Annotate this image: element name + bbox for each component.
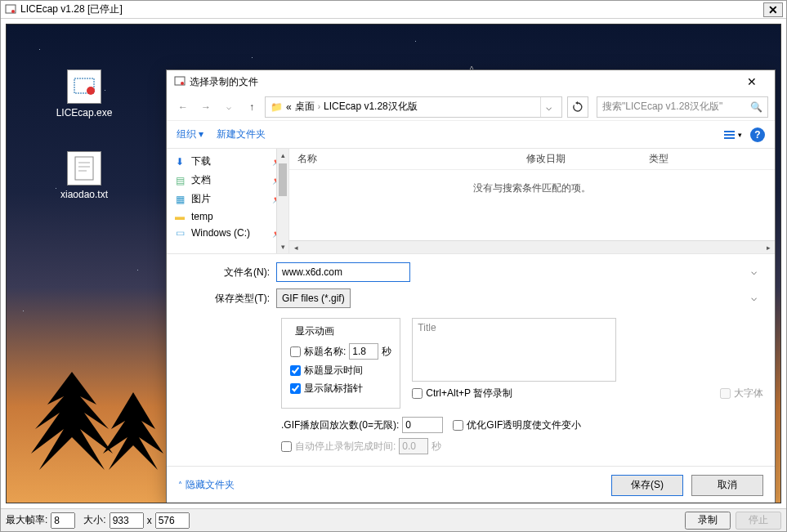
breadcrumb-dropdown[interactable]: ⌵ bbox=[540, 97, 557, 117]
help-button[interactable]: ? bbox=[750, 127, 765, 142]
save-button[interactable]: 保存(S) bbox=[611, 475, 683, 496]
svg-point-9 bbox=[181, 82, 184, 85]
refresh-button[interactable] bbox=[567, 96, 588, 118]
save-dialog: 选择录制的文件 ✕ ← → ⌵ ↑ 📁 « 桌面 › LICEcap v1.28… bbox=[166, 69, 776, 503]
search-input[interactable]: 搜索"LICEcap v1.28汉化版" 🔍 bbox=[597, 96, 768, 118]
fps-label: 最大帧率: bbox=[6, 513, 47, 527]
column-type[interactable]: 类型 bbox=[641, 152, 775, 166]
filename-label: 文件名(N): bbox=[178, 266, 276, 279]
outer-titlebar[interactable]: LICEcap v1.28 [已停止] ✕ bbox=[1, 1, 786, 19]
hide-folders-link[interactable]: ˄ 隐藏文件夹 bbox=[178, 478, 235, 492]
options-area: 显示动画 标题名称: 秒 标题显示时间 bbox=[167, 315, 775, 417]
height-input[interactable] bbox=[155, 512, 190, 529]
loop-label: .GIF播放回放次数(0=无限): bbox=[281, 418, 399, 432]
file-list: 名称 修改日期 类型 没有与搜索条件匹配的项。 ◂ ▸ bbox=[289, 149, 775, 253]
big-font-checkbox bbox=[720, 388, 731, 399]
breadcrumb-part[interactable]: LICEcap v1.28汉化版 bbox=[324, 100, 418, 114]
list-view-icon bbox=[723, 129, 736, 141]
nav-back-button[interactable]: ← bbox=[173, 97, 193, 117]
scroll-right-icon[interactable]: ▸ bbox=[762, 241, 775, 253]
desktop-icon-licecap[interactable]: LICEcap.exe bbox=[47, 69, 121, 118]
nav-item-documents[interactable]: ▤ 文档 📌 bbox=[167, 171, 288, 190]
width-input[interactable] bbox=[110, 512, 144, 529]
empty-message: 没有与搜索条件匹配的项。 bbox=[289, 170, 775, 240]
licecap-window: LICEcap v1.28 [已停止] ✕ LICEcap.exe xiaoda… bbox=[0, 0, 787, 532]
secs-unit: 秒 bbox=[382, 345, 391, 359]
nav-item-pictures[interactable]: ▦ 图片 📌 bbox=[167, 190, 288, 208]
x-label: x bbox=[147, 515, 152, 526]
title-name-checkbox[interactable] bbox=[290, 346, 301, 357]
nav-row: ← → ⌵ ↑ 📁 « 桌面 › LICEcap v1.28汉化版 ⌵ 搜索"L… bbox=[167, 94, 775, 120]
savetype-select[interactable]: GIF files (*.gif) bbox=[276, 288, 351, 308]
search-icon: 🔍 bbox=[750, 101, 762, 113]
cancel-button[interactable]: 取消 bbox=[691, 475, 763, 496]
pic-icon: ▦ bbox=[173, 194, 186, 205]
scroll-down-icon[interactable]: ▾ bbox=[277, 240, 288, 253]
show-cursor-checkbox[interactable] bbox=[290, 383, 301, 394]
show-cursor-label: 显示鼠标指针 bbox=[304, 382, 363, 396]
autostop-checkbox[interactable] bbox=[281, 441, 292, 452]
autostop-label: 自动停止录制完成时间: bbox=[295, 440, 396, 454]
nav-scrollbar[interactable]: ▴ ▾ bbox=[276, 149, 288, 253]
nav-up-button[interactable]: ↑ bbox=[242, 97, 262, 117]
nav-item-temp[interactable]: ▬ temp bbox=[167, 208, 288, 225]
title-name-label: 标题名称: bbox=[304, 345, 346, 359]
extra-options: .GIF播放回放次数(0=无限): 优化GIF透明度使文件变小 自动停止录制完成… bbox=[167, 417, 775, 466]
file-list-headers: 名称 修改日期 类型 bbox=[289, 149, 775, 170]
folder-icon: ▬ bbox=[173, 211, 186, 222]
breadcrumb-part[interactable]: 桌面 bbox=[295, 100, 315, 114]
show-time-label: 标题显示时间 bbox=[304, 364, 363, 378]
desktop-icon-label: LICEcap.exe bbox=[47, 107, 121, 118]
filename-input[interactable] bbox=[276, 262, 410, 282]
doc-icon: ▤ bbox=[173, 175, 186, 186]
capture-area: LICEcap.exe xiaodao.txt 选择录制的文件 ✕ ← → ⌵ … bbox=[6, 24, 781, 503]
desktop-icon-xiaodao[interactable]: xiaodao.txt bbox=[47, 151, 121, 200]
breadcrumb[interactable]: 📁 « 桌面 › LICEcap v1.28汉化版 ⌵ bbox=[265, 96, 562, 118]
scroll-left-icon[interactable]: ◂ bbox=[289, 241, 302, 253]
download-icon: ⬇ bbox=[173, 156, 186, 168]
transparent-checkbox[interactable] bbox=[453, 420, 463, 431]
splitter-grip[interactable]: ^ bbox=[470, 65, 472, 74]
explorer-body: ^ ⬇ 下载 📌 ▤ 文档 📌 ▦ 图片 📌 bbox=[167, 148, 775, 254]
outer-close-button[interactable]: ✕ bbox=[763, 2, 783, 17]
display-legend: 显示动画 bbox=[292, 324, 338, 338]
nav-forward-button: → bbox=[196, 97, 216, 117]
autostop-unit: 秒 bbox=[432, 440, 441, 454]
dialog-close-button[interactable]: ✕ bbox=[736, 70, 768, 93]
fps-input[interactable] bbox=[51, 512, 75, 529]
dialog-footer: ˄ 隐藏文件夹 保存(S) 取消 bbox=[167, 466, 775, 503]
size-label: 大小: bbox=[83, 513, 105, 527]
big-font-label: 大字体 bbox=[734, 387, 763, 400]
scroll-up-icon[interactable]: ▴ bbox=[277, 149, 288, 162]
drive-icon: ▭ bbox=[173, 227, 186, 239]
svg-point-3 bbox=[87, 87, 95, 95]
svg-rect-4 bbox=[75, 157, 93, 180]
toolbar-row: 组织 ▾ 新建文件夹 ▾ ? bbox=[167, 120, 775, 148]
title-textarea[interactable]: Title bbox=[412, 318, 616, 382]
stop-button: 停止 bbox=[736, 512, 781, 530]
loop-input[interactable] bbox=[402, 417, 443, 433]
nav-recent-button[interactable]: ⌵ bbox=[219, 97, 239, 117]
scroll-thumb[interactable] bbox=[279, 163, 287, 196]
title-secs-input[interactable] bbox=[349, 343, 378, 360]
tree-silhouette bbox=[88, 355, 178, 503]
column-date[interactable]: 修改日期 bbox=[518, 152, 641, 166]
horizontal-scrollbar[interactable]: ◂ ▸ bbox=[289, 240, 775, 253]
autostop-input bbox=[399, 438, 428, 454]
breadcrumb-prefix: « bbox=[286, 101, 292, 113]
record-button[interactable]: 录制 bbox=[685, 512, 731, 530]
txt-icon bbox=[67, 151, 101, 186]
transparent-label: 优化GIF透明度使文件变小 bbox=[467, 418, 581, 432]
outer-title: LICEcap v1.28 [已停止] bbox=[20, 2, 123, 16]
svg-point-1 bbox=[11, 10, 15, 13]
pause-hotkey-checkbox[interactable] bbox=[412, 388, 423, 399]
savetype-label: 保存类型(T): bbox=[178, 292, 276, 306]
nav-item-drive-c[interactable]: ▭ Windows (C:) 📌 bbox=[167, 225, 288, 241]
view-menu[interactable]: ▾ bbox=[723, 129, 742, 141]
display-fieldset: 显示动画 标题名称: 秒 标题显示时间 bbox=[281, 318, 400, 409]
organize-menu[interactable]: 组织 ▾ bbox=[177, 127, 203, 141]
new-folder-button[interactable]: 新建文件夹 bbox=[217, 127, 266, 141]
nav-item-downloads[interactable]: ⬇ 下载 📌 bbox=[167, 152, 288, 171]
column-name[interactable]: 名称 bbox=[289, 152, 518, 166]
show-time-checkbox[interactable] bbox=[290, 365, 301, 376]
